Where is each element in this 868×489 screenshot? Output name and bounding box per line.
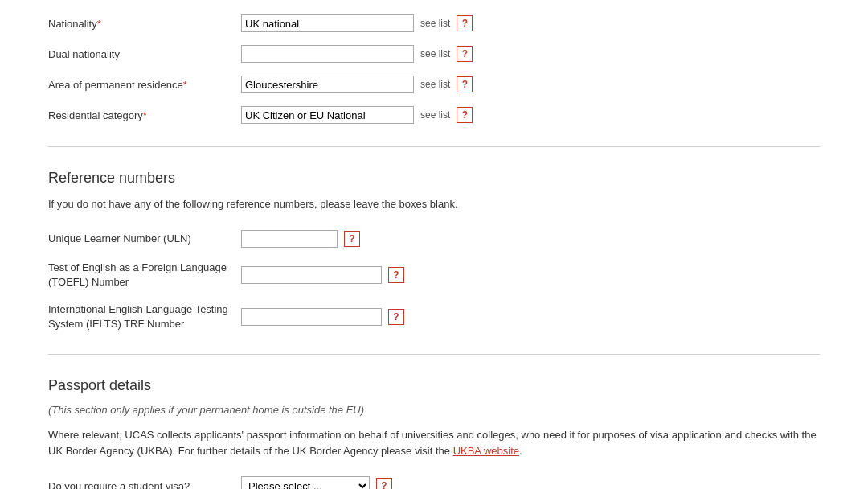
student-visa-help-button[interactable]: ? — [376, 478, 392, 489]
toefl-label: Test of English as a Foreign Language (T… — [48, 261, 241, 290]
section-divider-1 — [48, 146, 820, 147]
student-visa-row: Do you require a student visa? Please se… — [48, 470, 820, 489]
ielts-label-text: International English Language Testing S… — [48, 303, 228, 330]
ielts-label: International English Language Testing S… — [48, 302, 241, 331]
dual-nationality-label-text: Dual nationality — [48, 48, 120, 60]
dual-nationality-controls: see list ? — [241, 45, 473, 63]
area-permanent-residence-label: Area of permanent residence* — [48, 79, 241, 91]
reference-numbers-description: If you do not have any of the following … — [48, 196, 820, 212]
nationality-help-button[interactable]: ? — [457, 15, 473, 31]
reference-numbers-section: Reference numbers If you do not have any… — [48, 155, 820, 346]
toefl-row: Test of English as a Foreign Language (T… — [48, 254, 820, 296]
nationality-controls: see list ? — [241, 14, 473, 32]
passport-description-text: Where relevant, UCAS collects applicants… — [48, 429, 817, 457]
area-permanent-residence-controls: see list ? — [241, 76, 473, 93]
residential-category-see-list[interactable]: see list — [420, 109, 450, 121]
nationality-input[interactable] — [241, 14, 414, 32]
reference-numbers-heading: Reference numbers — [48, 170, 820, 187]
nationality-row: Nationality* see list ? — [48, 8, 820, 39]
toefl-controls: ? — [241, 266, 404, 284]
uln-row: Unique Learner Number (ULN) ? — [48, 224, 820, 254]
area-permanent-residence-help-button[interactable]: ? — [457, 76, 473, 92]
toefl-help-button[interactable]: ? — [388, 267, 404, 283]
ielts-row: International English Language Testing S… — [48, 296, 820, 338]
residential-category-input[interactable] — [241, 106, 414, 124]
student-visa-label-text: Do you require a student visa? — [48, 480, 190, 489]
passport-description-end: . — [519, 445, 522, 457]
uln-label: Unique Learner Number (ULN) — [48, 232, 241, 244]
uln-controls: ? — [241, 230, 360, 248]
residential-category-help-button[interactable]: ? — [457, 107, 473, 123]
uln-input[interactable] — [241, 230, 338, 248]
personal-details-section: Nationality* see list ? Dual nationality… — [48, 0, 820, 138]
ielts-help-button[interactable]: ? — [388, 309, 404, 325]
passport-description: Where relevant, UCAS collects applicants… — [48, 427, 820, 458]
dual-nationality-row: Dual nationality see list ? — [48, 39, 820, 69]
uln-help-button[interactable]: ? — [344, 231, 360, 247]
student-visa-controls: Please select ... ? — [241, 476, 392, 489]
uln-label-text: Unique Learner Number (ULN) — [48, 232, 191, 244]
dual-nationality-see-list[interactable]: see list — [420, 48, 450, 60]
residential-category-label-text: Residential category — [48, 109, 143, 121]
passport-details-heading: Passport details — [48, 377, 820, 394]
dual-nationality-label: Dual nationality — [48, 48, 241, 60]
area-permanent-residence-see-list[interactable]: see list — [420, 79, 450, 90]
page-container: Nationality* see list ? Dual nationality… — [0, 0, 868, 489]
section-divider-2 — [48, 354, 820, 355]
ielts-input[interactable] — [241, 308, 382, 326]
residential-category-label: Residential category* — [48, 109, 241, 121]
student-visa-select[interactable]: Please select ... — [241, 476, 370, 489]
nationality-see-list[interactable]: see list — [420, 18, 450, 29]
toefl-label-text: Test of English as a Foreign Language (T… — [48, 261, 227, 288]
residential-category-controls: see list ? — [241, 106, 473, 124]
ukba-link[interactable]: UKBA website — [453, 445, 519, 457]
residential-category-required: * — [143, 109, 147, 121]
toefl-input[interactable] — [241, 266, 382, 284]
dual-nationality-input[interactable] — [241, 45, 414, 63]
dual-nationality-help-button[interactable]: ? — [457, 46, 473, 62]
student-visa-label: Do you require a student visa? — [48, 480, 241, 489]
passport-note: (This section only applies if your perma… — [48, 404, 820, 416]
area-permanent-residence-label-text: Area of permanent residence — [48, 79, 183, 91]
area-permanent-residence-required: * — [183, 79, 187, 91]
area-permanent-residence-input[interactable] — [241, 76, 414, 93]
nationality-label: Nationality* — [48, 18, 241, 30]
nationality-label-text: Nationality — [48, 18, 97, 30]
passport-details-section: Passport details (This section only appl… — [48, 363, 820, 489]
ielts-controls: ? — [241, 308, 404, 326]
residential-category-row: Residential category* see list ? — [48, 100, 820, 130]
area-permanent-residence-row: Area of permanent residence* see list ? — [48, 69, 820, 100]
nationality-required: * — [97, 18, 101, 30]
